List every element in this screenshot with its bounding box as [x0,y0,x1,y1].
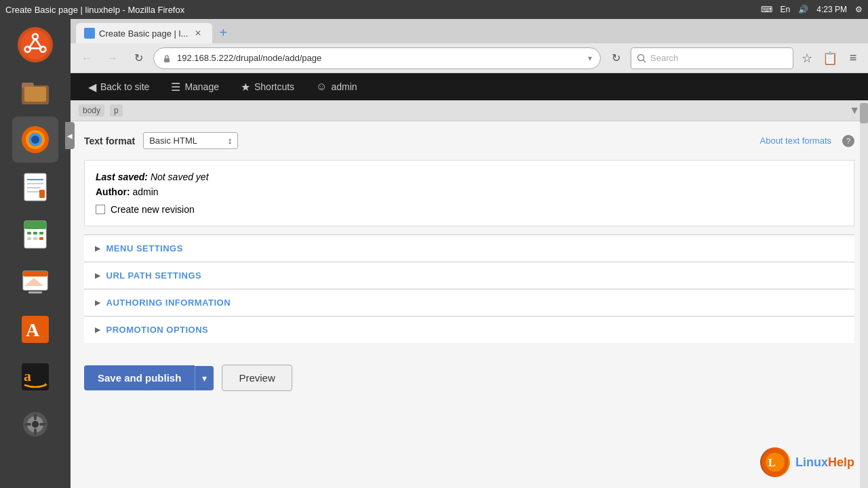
svg-point-43 [32,421,39,428]
admin-user-btn[interactable]: ☺ admin [307,77,366,97]
author-row: Author: admin [96,186,843,197]
keyboard-icon: ⌨ [761,5,772,14]
svg-rect-41 [24,423,31,426]
expand-triangle-icon: ▶ [95,272,101,279]
sidebar-item-calc[interactable] [12,211,58,258]
scrollbar-thumb[interactable] [860,103,868,123]
settings-icon[interactable]: ⚙ [855,5,863,14]
svg-rect-26 [33,237,37,240]
forward-btn[interactable]: → [102,47,123,69]
help-icon[interactable]: ? [842,135,854,147]
section-menu-settings: ▶MENU SETTINGS [84,235,854,262]
refresh-btn[interactable]: ↻ [605,47,627,69]
section-header-url-path-settings[interactable]: ▶URL PATH SETTINGS [84,262,854,289]
svg-line-47 [644,60,646,62]
resize-arrow-icon: ▼ [849,104,860,117]
sidebar-collapse-btn[interactable]: ◀ [65,122,75,149]
action-buttons: Save and publish ▾ Preview [71,354,868,402]
titlebar-title: Create Basic page | linuxhelp - Mozilla … [5,5,184,15]
svg-rect-39 [34,413,37,420]
expand-triangle-icon: ▶ [95,245,101,252]
svg-rect-9 [24,87,46,102]
section-label-authoring-information: AUTHORING INFORMATION [106,298,231,308]
sidebar-item-ubuntu[interactable] [12,22,58,68]
sidebar-item-impress[interactable] [12,259,58,305]
sidebar-item-tools[interactable] [12,401,58,447]
section-header-promotion-options[interactable]: ▶PROMOTION OPTIONS [84,317,854,343]
shortcuts-btn[interactable]: ★ Shortcuts [231,77,304,98]
expand-triangle-icon: ▶ [95,299,101,306]
svg-point-46 [638,54,644,60]
collapsible-sections: ▶MENU SETTINGS▶URL PATH SETTINGS▶AUTHORI… [84,235,854,343]
font-manager-icon: A [19,313,52,346]
revision-label: Create new revision [111,204,195,215]
tab-title: Create Basic page | l... [99,28,188,39]
text-format-label: Text format [84,136,135,146]
back-btn[interactable]: ← [76,47,98,69]
bookmark-btn[interactable]: ☆ [797,49,816,68]
save-dropdown-btn[interactable]: ▾ [195,366,214,390]
impress-icon [19,266,52,298]
revision-checkbox[interactable] [96,205,105,214]
svg-rect-27 [39,237,43,240]
revision-row: Create new revision [96,204,843,215]
admin-label: admin [331,81,357,92]
svg-rect-21 [24,221,46,229]
menu-btn[interactable]: ≡ [844,49,863,68]
address-dropdown-btn[interactable]: ▾ [588,54,592,63]
svg-text:a: a [24,367,31,384]
save-and-publish-btn[interactable]: Save and publish [84,365,195,390]
about-text-formats-link[interactable]: About text formats [760,136,832,146]
tools-icon [19,408,52,441]
reload-btn[interactable]: ↻ [127,47,149,69]
section-header-menu-settings[interactable]: ▶MENU SETTINGS [84,235,854,262]
text-format-select[interactable]: Basic HTML ↕ [143,132,238,149]
time-display: 4:23 PM [816,5,847,14]
menu-icon: ☰ [171,81,180,94]
back-to-site-btn[interactable]: ◀ Back to site [79,77,159,98]
search-bar[interactable]: Search [631,47,793,69]
logo-text: LinuxHelp [795,455,854,470]
select-arrow-icon: ↕ [228,136,233,146]
preview-btn[interactable]: Preview [222,365,292,391]
sidebar-item-files[interactable] [12,69,58,115]
new-tab-btn[interactable]: + [214,23,233,42]
svg-rect-42 [39,423,46,426]
svg-rect-16 [27,183,43,184]
sidebar-item-writer[interactable] [12,164,58,210]
section-promotion-options: ▶PROMOTION OPTIONS [84,316,854,343]
amazon-icon: a [19,361,52,393]
search-icon [637,54,646,63]
address-text: 192.168.5.222/drupal/node/add/page [177,53,583,63]
tab-favicon [84,28,95,39]
svg-rect-45 [164,58,170,62]
scrollbar[interactable] [860,100,868,488]
section-authoring-information: ▶AUTHORING INFORMATION [84,289,854,316]
svg-rect-24 [39,232,43,235]
svg-rect-25 [27,237,31,240]
last-saved-value: Not saved yet [151,171,209,182]
nav-bar: ← → ↻ 192.168.5.222/drupal/node/add/page… [71,43,868,73]
svg-point-44 [86,30,93,37]
calc-icon [19,218,52,251]
browser-tab-active[interactable]: Create Basic page | l... ✕ [76,23,212,43]
os-sidebar: A a [0,19,71,488]
back-arrow-icon: ◀ [88,81,96,94]
writer-icon [19,171,52,203]
svg-rect-22 [27,232,31,235]
sidebar-item-font-manager[interactable]: A [12,306,58,352]
save-btn-group: Save and publish ▾ [84,365,214,390]
form-content: Text format Basic HTML ↕ About text form… [71,121,868,354]
sidebar-item-firefox[interactable] [12,117,58,163]
info-box: Last saved: Not saved yet Author: admin … [84,160,854,226]
tab-close-btn[interactable]: ✕ [192,27,204,39]
svg-point-13 [31,136,39,144]
address-bar[interactable]: 192.168.5.222/drupal/node/add/page ▾ [153,47,601,69]
sidebar-item-amazon[interactable]: a [12,354,58,400]
section-header-authoring-information[interactable]: ▶AUTHORING INFORMATION [84,289,854,316]
admin-toolbar: ◀ Back to site ☰ Manage ★ Shortcuts ☺ ad… [71,73,868,100]
svg-text:L: L [768,457,776,468]
titlebar-controls: ⌨ En 🔊 4:23 PM ⚙ [761,5,863,14]
bookmarks-list-btn[interactable]: 📋 [821,49,840,68]
manage-btn[interactable]: ☰ Manage [161,77,229,98]
